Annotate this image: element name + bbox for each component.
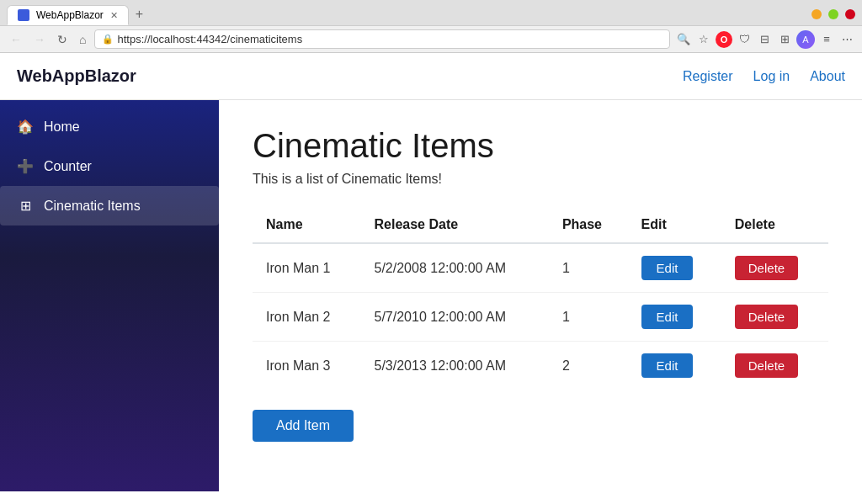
edit-button-1[interactable]: Edit (641, 305, 694, 329)
sidebar-item-cinematic-items-label: Cinematic Items (44, 199, 141, 214)
about-link[interactable]: About (810, 69, 845, 84)
cinematic-items-table: Name Release Date Phase Edit Delete Iron… (253, 207, 828, 390)
tab-title: WebAppBlazor (36, 9, 104, 21)
minimize-button[interactable] (811, 9, 822, 19)
close-window-button[interactable] (845, 9, 855, 19)
col-release-date: Release Date (361, 207, 549, 243)
menu-icon[interactable]: ⋯ (838, 31, 855, 48)
table-row: Iron Man 2 5/7/2010 12:00:00 AM 1 Edit D… (253, 293, 828, 342)
navbar-links: Register Log in About (683, 69, 845, 84)
app-brand: WebAppBlazor (17, 66, 136, 86)
sidebar-item-counter-label: Counter (44, 159, 92, 174)
cell-date-2: 5/3/2013 12:00:00 AM (361, 342, 549, 390)
content-area: Cinematic Items This is a list of Cinema… (219, 100, 862, 491)
delete-button-1[interactable]: Delete (735, 305, 798, 329)
lock-icon: 🔒 (102, 34, 114, 45)
cell-delete-2: Delete (721, 342, 828, 390)
edit-button-2[interactable]: Edit (641, 353, 694, 378)
forward-button[interactable]: → (30, 31, 49, 48)
extensions-icon[interactable]: ⊞ (776, 31, 793, 48)
cell-date-0: 5/2/2008 12:00:00 AM (361, 243, 549, 293)
cell-name-2: Iron Man 3 (253, 342, 361, 390)
opera-icon[interactable]: O (716, 31, 732, 48)
login-link[interactable]: Log in (753, 69, 790, 84)
table-body: Iron Man 1 5/2/2008 12:00:00 AM 1 Edit D… (253, 243, 828, 390)
sidebar-toggle-icon[interactable]: ≡ (818, 31, 835, 48)
cell-date-1: 5/7/2010 12:00:00 AM (361, 293, 549, 342)
main-body: 🏠 Home ➕ Counter ⊞ Cinematic Items Cinem… (0, 100, 862, 491)
table-header-row: Name Release Date Phase Edit Delete (253, 207, 828, 243)
address-bar: ← → ↻ ⌂ 🔒 https://localhost:44342/cinema… (0, 25, 862, 52)
sidebar-item-home[interactable]: 🏠 Home (0, 107, 219, 146)
table-row: Iron Man 3 5/3/2013 12:00:00 AM 2 Edit D… (253, 342, 828, 390)
page-subtitle: This is a list of Cinematic Items! (253, 172, 828, 187)
counter-icon: ➕ (17, 158, 34, 174)
sidebar-item-home-label: Home (44, 119, 80, 135)
maximize-button[interactable] (828, 9, 838, 19)
cell-edit-2: Edit (628, 342, 721, 390)
tab-close-button[interactable]: ✕ (110, 11, 118, 20)
cell-edit-1: Edit (628, 293, 721, 342)
address-field[interactable]: 🔒 https://localhost:44342/cinematicitems (94, 29, 670, 49)
sidebar: 🏠 Home ➕ Counter ⊞ Cinematic Items (0, 100, 219, 491)
home-icon: 🏠 (17, 119, 34, 135)
shield-icon[interactable]: 🛡 (736, 31, 753, 48)
browser-chrome: WebAppBlazor ✕ + ← → ↻ ⌂ 🔒 https://local… (0, 0, 862, 53)
page-title: Cinematic Items (253, 127, 828, 165)
tab-bar: WebAppBlazor ✕ + (0, 0, 862, 25)
active-tab: WebAppBlazor ✕ (7, 5, 129, 25)
sidebar-item-cinematic-items[interactable]: ⊞ Cinematic Items (0, 186, 219, 225)
add-item-button[interactable]: Add Item (253, 410, 354, 442)
col-phase: Phase (549, 207, 628, 243)
cinematic-items-icon: ⊞ (17, 198, 34, 214)
col-edit: Edit (628, 207, 721, 243)
cell-phase-2: 2 (549, 342, 628, 390)
register-link[interactable]: Register (683, 69, 733, 84)
toolbar-icons: 🔍 ☆ O 🛡 ⊟ ⊞ A ≡ ⋯ (675, 30, 855, 49)
window-controls (811, 9, 855, 19)
sidebar-item-counter[interactable]: ➕ Counter (0, 146, 219, 186)
bookmark-icon[interactable]: ⊟ (756, 31, 773, 48)
cell-phase-0: 1 (549, 243, 628, 293)
tab-favicon (18, 9, 29, 21)
address-text: https://localhost:44342/cinematicitems (117, 33, 302, 45)
star-icon[interactable]: ☆ (695, 31, 712, 48)
app-container: WebAppBlazor Register Log in About 🏠 Hom… (0, 53, 862, 491)
delete-button-0[interactable]: Delete (735, 256, 798, 280)
table-header: Name Release Date Phase Edit Delete (253, 207, 828, 243)
cell-edit-0: Edit (628, 243, 721, 293)
cell-delete-1: Delete (721, 293, 828, 342)
top-navbar: WebAppBlazor Register Log in About (0, 53, 862, 100)
cell-delete-0: Delete (721, 243, 828, 293)
edit-button-0[interactable]: Edit (641, 256, 694, 280)
cell-name-1: Iron Man 2 (253, 293, 361, 342)
col-delete: Delete (721, 207, 828, 243)
home-button[interactable]: ⌂ (76, 31, 89, 48)
avatar[interactable]: A (796, 30, 815, 49)
search-icon[interactable]: 🔍 (675, 31, 692, 48)
table-row: Iron Man 1 5/2/2008 12:00:00 AM 1 Edit D… (253, 243, 828, 293)
refresh-button[interactable]: ↻ (54, 31, 71, 48)
back-button[interactable]: ← (7, 31, 25, 48)
cell-name-0: Iron Man 1 (253, 243, 361, 293)
cell-phase-1: 1 (549, 293, 628, 342)
new-tab-button[interactable]: + (129, 3, 150, 25)
col-name: Name (253, 207, 361, 243)
delete-button-2[interactable]: Delete (735, 353, 798, 378)
